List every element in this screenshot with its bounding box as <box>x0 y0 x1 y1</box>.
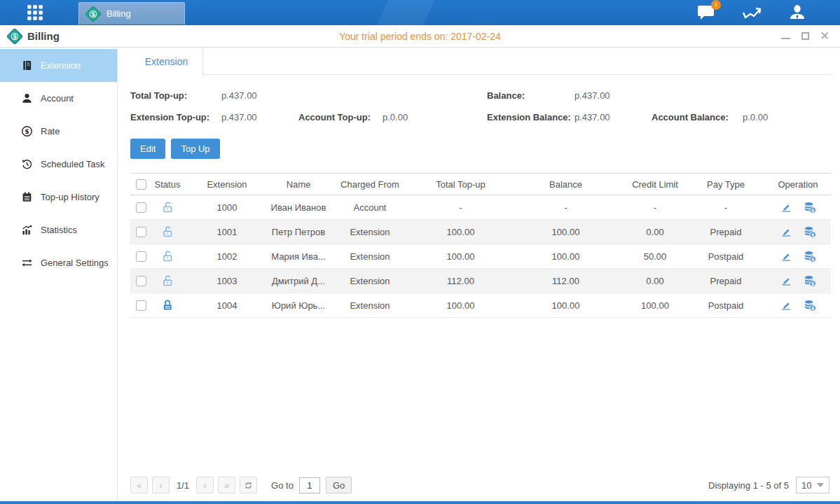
cell-balance: 100.00 <box>508 227 624 237</box>
col-charged-from: Charged From <box>326 179 413 190</box>
table-row: 1000 Иван Иванов Account - - - - <box>130 195 831 220</box>
cell-total-topup: 112.00 <box>413 276 508 286</box>
goto-label: Go to <box>271 480 294 491</box>
balance-label: Balance: <box>487 90 574 101</box>
taskbar-tab-billing[interactable]: Billing <box>78 2 185 24</box>
notebook-icon <box>21 59 33 71</box>
edit-pencil-icon[interactable] <box>780 275 792 287</box>
table-header-row: Status Extension Name Charged From Total… <box>130 173 831 195</box>
lock-open-icon[interactable] <box>161 274 174 287</box>
sidebar-item-general-settings[interactable]: General Settings <box>0 246 117 279</box>
cell-extension: 1003 <box>184 276 270 286</box>
account-balance-label: Account Balance: <box>652 112 743 122</box>
sidebar-item-statistics[interactable]: Statistics <box>0 214 117 246</box>
row-checkbox[interactable] <box>136 251 146 262</box>
sidebar-item-label: Account <box>41 93 74 104</box>
svg-text:$: $ <box>25 127 29 135</box>
user-account-icon[interactable] <box>788 4 806 22</box>
history-clock-icon <box>21 158 33 170</box>
extension-balance-value: p.437.00 <box>574 112 652 122</box>
cell-balance: 100.00 <box>508 300 624 311</box>
cell-total-topup: 100.00 <box>413 251 508 262</box>
cell-balance: - <box>508 202 624 213</box>
tab-extension[interactable]: Extension <box>130 48 203 75</box>
edit-pencil-icon[interactable] <box>780 226 792 238</box>
cell-pay-type: Postpaid <box>687 300 765 311</box>
account-topup-value: p.0.00 <box>383 112 487 122</box>
cell-extension: 1004 <box>184 300 270 311</box>
close-button[interactable]: ✕ <box>819 31 830 41</box>
sidebar-item-label: General Settings <box>41 258 109 268</box>
lock-open-icon[interactable] <box>161 250 174 262</box>
extension-balance-label: Extension Balance: <box>487 112 574 122</box>
col-credit-limit: Credit Limit <box>624 179 687 190</box>
svg-text:$: $ <box>13 32 17 39</box>
refresh-icon <box>244 481 253 490</box>
col-balance: Balance <box>508 179 624 190</box>
sidebar-item-rate[interactable]: $ Rate <box>0 115 117 148</box>
page-size-select[interactable]: 10 <box>796 477 829 493</box>
sidebar-item-scheduled-task[interactable]: Scheduled Task <box>0 148 117 181</box>
sidebar-item-topup-history[interactable]: Top-up History <box>0 181 117 214</box>
row-checkbox[interactable] <box>136 276 146 286</box>
cell-total-topup: - <box>413 202 508 213</box>
cell-pay-type: Postpaid <box>687 251 765 262</box>
lock-open-icon[interactable] <box>161 225 174 238</box>
table-row: 1003 Дмитрий Д... Extension 112.00 112.0… <box>130 269 831 293</box>
reports-chart-icon[interactable] <box>742 4 762 21</box>
col-extension: Extension <box>184 179 270 190</box>
displaying-text: Displaying 1 - 5 of 5 <box>708 480 789 491</box>
cell-pay-type: Prepaid <box>687 276 765 286</box>
cell-name: Дмитрий Д... <box>270 276 326 286</box>
next-page-button[interactable]: › <box>196 477 214 493</box>
first-page-button[interactable]: « <box>130 477 148 493</box>
topup-coins-icon[interactable] <box>804 225 816 238</box>
cell-credit-limit: 0.00 <box>624 227 687 237</box>
cell-name: Юрий Юрь... <box>270 300 326 311</box>
extensions-table: Status Extension Name Charged From Total… <box>130 173 831 318</box>
sliders-icon <box>21 257 33 269</box>
minimize-button[interactable] <box>780 31 791 41</box>
cell-total-topup: 100.00 <box>413 300 508 311</box>
sidebar-item-extension[interactable]: Extension <box>0 49 117 82</box>
lock-open-icon[interactable] <box>161 201 174 214</box>
cell-credit-limit: - <box>624 202 687 213</box>
last-page-button[interactable]: » <box>218 477 235 493</box>
sidebar-item-account[interactable]: Account <box>0 82 117 115</box>
row-checkbox[interactable] <box>136 227 146 237</box>
go-button[interactable]: Go <box>326 477 352 493</box>
maximize-button[interactable] <box>799 31 811 41</box>
topup-coins-icon[interactable] <box>804 274 816 287</box>
row-checkbox[interactable] <box>136 202 146 213</box>
extension-topup-label: Extension Top-up: <box>130 112 221 122</box>
lock-closed-icon[interactable] <box>161 299 174 312</box>
edit-pencil-icon[interactable] <box>780 202 792 214</box>
edit-button[interactable]: Edit <box>130 139 165 159</box>
cell-total-topup: 100.00 <box>413 227 508 237</box>
prev-page-button[interactable]: ‹ <box>152 477 170 493</box>
topup-coins-icon[interactable] <box>804 299 816 312</box>
billing-app-window: Billing ! <box>0 0 840 504</box>
sidebar-item-label: Top-up History <box>41 192 99 202</box>
edit-pencil-icon[interactable] <box>780 251 792 262</box>
row-checkbox[interactable] <box>136 300 146 311</box>
col-pay-type: Pay Type <box>687 179 765 190</box>
messages-icon[interactable]: ! <box>697 4 715 21</box>
col-name: Name <box>270 179 326 190</box>
cell-charged-from: Account <box>326 202 413 213</box>
cell-pay-type: Prepaid <box>687 227 765 237</box>
cell-credit-limit: 50.00 <box>624 251 687 262</box>
edit-pencil-icon[interactable] <box>780 300 792 312</box>
topup-coins-icon[interactable] <box>804 201 816 214</box>
dollar-circle-icon: $ <box>21 125 33 137</box>
refresh-button[interactable] <box>240 477 257 493</box>
goto-page-input[interactable] <box>299 477 320 493</box>
account-topup-label: Account Top-up: <box>298 112 383 122</box>
select-all-checkbox[interactable] <box>136 179 146 190</box>
balance-value: p.437.00 <box>574 90 652 101</box>
sidebar-item-label: Scheduled Task <box>41 159 105 169</box>
top-up-button[interactable]: Top Up <box>171 139 219 159</box>
topup-coins-icon[interactable] <box>804 250 816 262</box>
app-launcher-grid-icon[interactable] <box>21 2 49 23</box>
total-topup-value: p.437.00 <box>221 90 298 101</box>
